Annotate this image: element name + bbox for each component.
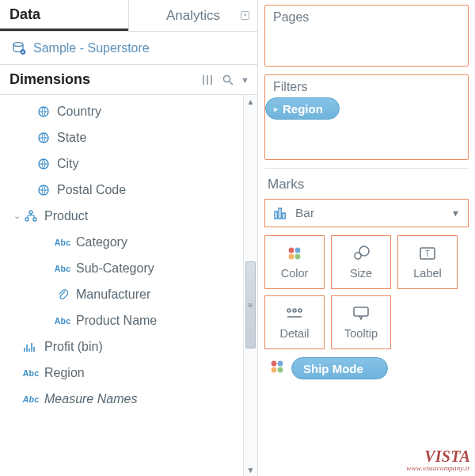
field-product-name[interactable]: Abc Product Name [0, 307, 243, 333]
marks-color-button[interactable]: Color [264, 235, 325, 289]
field-postal-code[interactable]: Postal Code [0, 177, 243, 203]
field-region[interactable]: Abc Region [0, 360, 243, 386]
mark-type-select[interactable]: Bar ▼ [264, 199, 469, 227]
filters-shelf[interactable]: Filters ▸ Region [264, 74, 469, 160]
marks-row-2: Detail Tooltip [264, 295, 469, 349]
svg-rect-10 [275, 211, 277, 219]
folder-product[interactable]: ⌄ Product [0, 203, 243, 229]
field-city[interactable]: City [0, 150, 243, 177]
scroll-thumb[interactable] [245, 261, 256, 348]
pill-label: Ship Mode [303, 362, 363, 375]
marks-title: Marks [268, 177, 469, 192]
field-country[interactable]: Country [0, 98, 243, 124]
svg-rect-24 [354, 307, 368, 316]
dropdown-icon[interactable]: ▼ [451, 208, 460, 218]
marks-tooltip-label: Tooltip [344, 327, 378, 340]
globe-icon [35, 105, 52, 118]
field-category[interactable]: Abc Category [0, 229, 243, 255]
svg-rect-11 [279, 208, 281, 219]
datasource-name: Sample - Superstore [33, 41, 150, 55]
field-label: Category [76, 235, 127, 249]
mark-type-label: Bar [295, 206, 314, 220]
svg-point-27 [272, 367, 277, 373]
marks-color-label: Color [281, 267, 309, 280]
field-sub-category[interactable]: Abc Sub-Category [0, 255, 243, 281]
marks-size-button[interactable]: Size [331, 235, 391, 289]
svg-point-23 [298, 309, 302, 312]
view-as-table-icon[interactable] [203, 74, 215, 86]
svg-point-22 [293, 309, 296, 312]
tab-data-label: Data [10, 6, 40, 23]
marks-tooltip-button[interactable]: Tooltip [331, 295, 391, 349]
marks-pill-row: Ship Mode [264, 357, 469, 379]
field-measure-names[interactable]: Abc Measure Names [0, 386, 243, 412]
tab-data[interactable]: Data [0, 0, 128, 31]
field-label: State [57, 131, 86, 145]
color-icon [287, 245, 302, 262]
hierarchy-icon [22, 210, 40, 223]
marks-detail-label: Detail [279, 327, 309, 340]
svg-point-2 [224, 75, 230, 82]
abc-icon: Abc [54, 316, 71, 326]
field-label: Country [57, 105, 101, 119]
label-icon: T [419, 245, 436, 262]
svg-point-25 [272, 361, 277, 367]
marks-label-button[interactable]: T Label [397, 235, 458, 289]
bar-icon [273, 207, 287, 219]
pill-label: Region [283, 102, 323, 116]
svg-rect-12 [283, 213, 285, 219]
field-label: Postal Code [57, 183, 126, 197]
detail-icon [286, 305, 303, 322]
field-manufacturer[interactable]: Manufacturer [0, 281, 243, 307]
watermark-url: www.vistacompany.ir [406, 465, 470, 473]
datasource-icon [11, 40, 27, 56]
paperclip-icon [54, 288, 71, 301]
abc-icon: Abc [54, 264, 71, 273]
dimensions-menu-icon[interactable]: ▼ [241, 75, 249, 85]
field-label: Region [44, 366, 85, 380]
collapse-icon[interactable]: ⌄ [11, 211, 22, 221]
marks-card: Marks Bar ▼ Color [264, 168, 469, 379]
field-scroll: Country State City Postal Code ⌄ [0, 95, 257, 476]
svg-text:T: T [425, 249, 430, 258]
histogram-icon [22, 341, 40, 352]
marks-row-1: Color Size T Label [264, 235, 469, 289]
tab-analytics[interactable]: Analytics ∘ [128, 0, 257, 31]
globe-icon [35, 184, 52, 196]
field-label: Profit (bin) [44, 340, 103, 354]
field-profit-bin[interactable]: Profit (bin) [0, 333, 243, 360]
svg-point-21 [287, 309, 291, 312]
tab-options-icon[interactable]: ∘ [241, 11, 249, 20]
dimensions-header: Dimensions ▼ [0, 65, 257, 95]
marks-pill-ship-mode[interactable]: Ship Mode [291, 357, 388, 379]
datasource-row[interactable]: Sample - Superstore [0, 32, 257, 65]
data-pane: Data Analytics ∘ Sample - Superstore Dim… [0, 0, 258, 476]
marks-size-label: Size [350, 267, 372, 280]
scroll-up-icon[interactable]: ▲ [244, 95, 257, 108]
svg-point-26 [278, 361, 283, 367]
field-label: Manufacturer [76, 288, 150, 302]
filter-pill-region[interactable]: ▸ Region [265, 97, 340, 120]
abc-icon: Abc [22, 394, 40, 404]
abc-icon: Abc [54, 238, 71, 247]
abc-icon: Abc [22, 368, 40, 378]
field-label: Product Name [76, 314, 157, 328]
watermark-brand: VISTA [406, 447, 470, 465]
svg-point-15 [289, 254, 294, 260]
find-field-icon[interactable] [222, 74, 234, 86]
field-state[interactable]: State [0, 124, 243, 150]
dimensions-title: Dimensions [10, 71, 196, 88]
svg-point-28 [278, 367, 283, 373]
marks-detail-button[interactable]: Detail [264, 295, 325, 349]
cards-pane: Pages Filters ▸ Region Marks Bar ▼ [258, 0, 475, 476]
svg-point-14 [295, 248, 301, 253]
field-list: Country State City Postal Code ⌄ [0, 95, 243, 476]
globe-icon [35, 158, 52, 170]
scroll-down-icon[interactable]: ▼ [244, 463, 257, 476]
pages-shelf[interactable]: Pages [264, 5, 469, 67]
field-label: City [57, 157, 79, 171]
watermark: VISTA www.vistacompany.ir [406, 447, 470, 473]
filters-title: Filters [273, 80, 460, 94]
scrollbar[interactable]: ▲ ▼ [243, 95, 257, 476]
tab-analytics-label: Analytics [166, 8, 220, 24]
